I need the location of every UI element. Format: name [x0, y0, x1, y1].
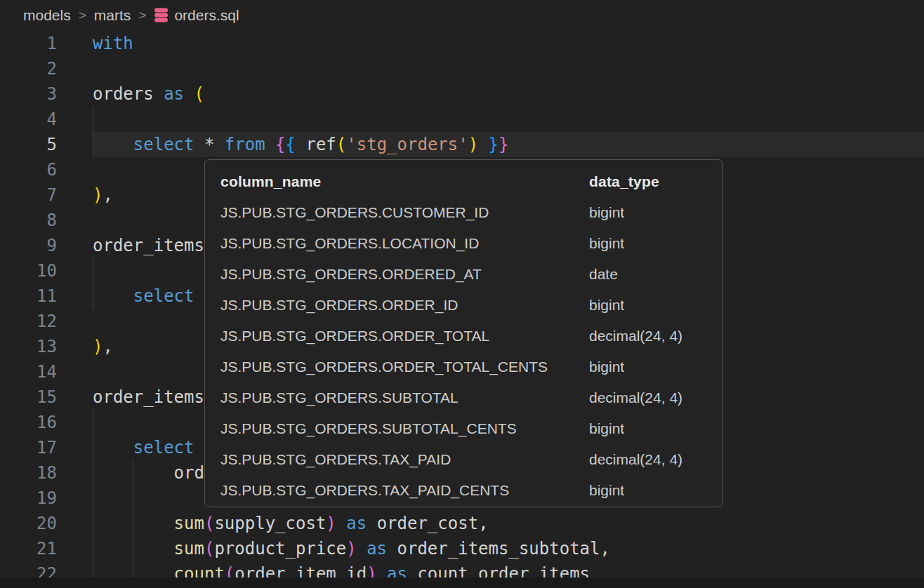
line-number: 14 — [0, 359, 57, 385]
popup-header-column-name: column_name — [220, 173, 589, 190]
line-number: 16 — [0, 410, 57, 435]
line-number: 19 — [0, 486, 57, 511]
column-info-popup: column_name data_type JS.PUB.STG_ORDERS.… — [204, 159, 723, 507]
data-type-cell: bigint — [589, 235, 722, 252]
editor-window: models>marts> orders.sql 1with23orders a… — [0, 0, 924, 588]
data-type-cell: bigint — [589, 204, 722, 221]
popup-rows: JS.PUB.STG_ORDERS.CUSTOMER_IDbigintJS.PU… — [205, 197, 722, 506]
database-icon — [154, 8, 169, 23]
code-line-21[interactable]: 21 sum(product_price) as order_items_sub… — [0, 536, 924, 561]
column-name-cell: JS.PUB.STG_ORDERS.TAX_PAID_CENTS — [220, 482, 589, 499]
line-number: 21 — [0, 536, 57, 561]
column-name-cell: JS.PUB.STG_ORDERS.ORDER_ID — [220, 297, 589, 314]
code-text: orders as ( — [93, 81, 924, 107]
breadcrumb-separator: > — [138, 8, 146, 23]
column-name-cell: JS.PUB.STG_ORDERS.ORDER_TOTAL_CENTS — [220, 359, 589, 375]
column-row[interactable]: JS.PUB.STG_ORDERS.ORDER_TOTAL_CENTSbigin… — [205, 352, 722, 382]
breadcrumb-item-marts[interactable]: marts — [94, 7, 131, 24]
column-name-cell: JS.PUB.STG_ORDERS.SUBTOTAL_CENTS — [220, 420, 589, 437]
column-name-cell: JS.PUB.STG_ORDERS.CUSTOMER_ID — [220, 204, 589, 221]
code-text: with — [93, 31, 924, 56]
code-text — [93, 56, 924, 81]
line-number: 11 — [0, 283, 57, 309]
code-line-20[interactable]: 20 sum(supply_cost) as order_cost, — [0, 511, 924, 536]
line-number: 2 — [0, 56, 57, 81]
data-type-cell: bigint — [589, 359, 722, 375]
indent-guide — [93, 410, 93, 587]
column-row[interactable]: JS.PUB.STG_ORDERS.CUSTOMER_IDbigint — [205, 197, 722, 228]
line-number: 4 — [0, 107, 57, 132]
code-line-1[interactable]: 1with — [0, 31, 924, 56]
breadcrumb-label: orders.sql — [174, 7, 239, 24]
column-row[interactable]: JS.PUB.STG_ORDERS.ORDERED_ATdate — [205, 259, 722, 290]
column-row[interactable]: JS.PUB.STG_ORDERS.ORDER_TOTALdecimal(24,… — [205, 321, 722, 352]
editor-bottom-edge — [0, 577, 924, 588]
popup-header-row: column_name data_type — [205, 166, 722, 197]
data-type-cell: bigint — [589, 420, 722, 437]
data-type-cell: decimal(24, 4) — [589, 451, 722, 468]
data-type-cell: date — [589, 266, 722, 283]
breadcrumb-separator: > — [79, 8, 86, 23]
column-row[interactable]: JS.PUB.STG_ORDERS.TAX_PAID_CENTSbigint — [205, 475, 722, 506]
indent-guide — [133, 460, 133, 587]
code-text: sum(product_price) as order_items_subtot… — [93, 536, 924, 561]
code-line-3[interactable]: 3orders as ( — [0, 81, 924, 107]
code-text: select * from {{ ref('stg_orders') }} — [93, 132, 924, 157]
data-type-cell: decimal(24, 4) — [589, 328, 722, 345]
column-name-cell: JS.PUB.STG_ORDERS.LOCATION_ID — [220, 235, 589, 252]
column-name-cell: JS.PUB.STG_ORDERS.ORDER_TOTAL — [220, 328, 589, 345]
breadcrumb-item-models[interactable]: models — [23, 7, 71, 24]
line-number: 12 — [0, 309, 57, 334]
column-row[interactable]: JS.PUB.STG_ORDERS.SUBTOTAL_CENTSbigint — [205, 413, 722, 444]
indent-guide — [93, 258, 93, 309]
line-number: 15 — [0, 385, 57, 410]
column-name-cell: JS.PUB.STG_ORDERS.SUBTOTAL — [220, 389, 589, 406]
line-number: 8 — [0, 208, 57, 233]
line-number: 13 — [0, 334, 57, 359]
column-name-cell: JS.PUB.STG_ORDERS.ORDERED_AT — [220, 266, 589, 283]
column-row[interactable]: JS.PUB.STG_ORDERS.SUBTOTALdecimal(24, 4) — [205, 382, 722, 413]
line-number: 5 — [0, 132, 57, 157]
popup-header-data-type: data_type — [589, 173, 722, 190]
line-number: 3 — [0, 81, 57, 107]
column-row[interactable]: JS.PUB.STG_ORDERS.ORDER_IDbigint — [205, 290, 722, 321]
column-row[interactable]: JS.PUB.STG_ORDERS.LOCATION_IDbigint — [205, 228, 722, 259]
breadcrumb-label: marts — [94, 7, 131, 24]
code-line-5[interactable]: 5 select * from {{ ref('stg_orders') }} — [0, 132, 924, 157]
line-number: 7 — [0, 182, 57, 208]
line-number: 1 — [0, 31, 57, 56]
line-number: 9 — [0, 233, 57, 258]
breadcrumb-item-orders-sql[interactable]: orders.sql — [154, 7, 239, 24]
column-row[interactable]: JS.PUB.STG_ORDERS.TAX_PAIDdecimal(24, 4) — [205, 444, 722, 475]
breadcrumb: models>marts> orders.sql — [0, 0, 924, 31]
data-type-cell: bigint — [589, 482, 722, 499]
line-number: 18 — [0, 460, 57, 486]
code-line-4[interactable]: 4 — [0, 107, 924, 132]
line-number: 10 — [0, 258, 57, 283]
indent-guide — [93, 107, 93, 157]
column-name-cell: JS.PUB.STG_ORDERS.TAX_PAID — [220, 451, 589, 468]
breadcrumb-label: models — [23, 7, 71, 24]
code-text — [93, 107, 924, 132]
data-type-cell: bigint — [589, 297, 722, 314]
line-number: 17 — [0, 435, 57, 460]
code-line-2[interactable]: 2 — [0, 56, 924, 81]
line-number: 20 — [0, 511, 57, 536]
code-text: sum(supply_cost) as order_cost, — [93, 511, 924, 536]
line-number: 6 — [0, 157, 57, 182]
data-type-cell: decimal(24, 4) — [589, 389, 722, 406]
